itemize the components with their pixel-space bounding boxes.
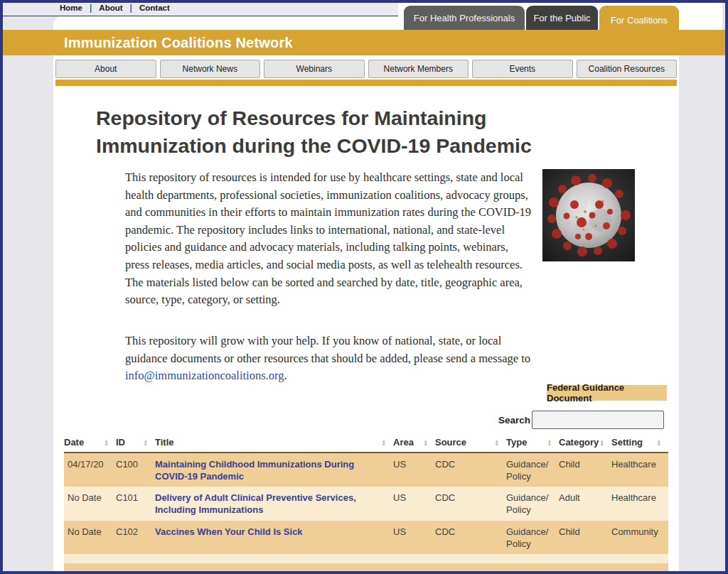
menu-separator: | — [90, 2, 92, 13]
cell-area: US — [393, 459, 435, 482]
nav-accent-bar — [55, 80, 677, 86]
intro-paragraph: This repository of resources is intended… — [125, 169, 535, 309]
column-label: Title — [155, 437, 174, 448]
cell-setting: Community — [611, 526, 668, 550]
cell-type: Guidance/Policy — [506, 459, 559, 482]
column-header-type[interactable]: Type▲▼ — [506, 437, 559, 448]
virus-illustration-svg — [542, 169, 635, 261]
menu-link-contact[interactable]: Contact — [139, 4, 170, 12]
cell-area: US — [393, 526, 435, 550]
cell-date: No Date — [64, 526, 116, 550]
sort-icon[interactable]: ▲▼ — [547, 439, 552, 446]
cell-source: CDC — [435, 569, 506, 574]
cell-setting: Healthcare — [611, 492, 668, 516]
sort-icon[interactable]: ▲▼ — [144, 439, 148, 446]
browser-viewport: Home | About | Contact For Health Profes… — [0, 0, 728, 574]
cell-setting: Healthcare — [611, 569, 668, 574]
nav-button-about[interactable]: About — [55, 60, 156, 78]
cell-date: No Date — [64, 569, 116, 574]
sort-icon[interactable]: ▲▼ — [600, 439, 604, 446]
cell-date: No Date — [64, 492, 116, 516]
search-label: Search — [498, 415, 530, 426]
menu-separator: | — [130, 2, 132, 13]
nav-button-network-news[interactable]: Network News — [160, 60, 261, 78]
primary-nav: About Network News Webinars Network Memb… — [55, 60, 677, 78]
cell-area: US — [393, 569, 435, 574]
federal-guidance-legend-badge: Federal Guidance Document — [547, 385, 667, 401]
table-row: 04/17/20 C100 Maintaining Childhood Immu… — [64, 453, 668, 487]
sort-icon[interactable]: ▲▼ — [382, 439, 386, 446]
column-header-title[interactable]: Title▲▼ — [155, 437, 393, 448]
resources-table: Date▲▼ ID▲▼ Title▲▼ Area▲▼ Source▲▼ Type… — [64, 437, 668, 574]
column-header-category[interactable]: Category▲▼ — [559, 437, 611, 448]
menu-link-about[interactable]: About — [99, 4, 122, 12]
resource-title-link[interactable]: Vaccination Recommendations during the C… — [155, 569, 385, 574]
cell-id: C144 — [116, 569, 155, 574]
column-header-source[interactable]: Source▲▼ — [435, 437, 506, 448]
column-label: Date — [64, 437, 84, 448]
cell-title: Vaccines When Your Child Is Sick — [155, 526, 393, 550]
tab-for-health-professionals[interactable]: For Health Professionals — [404, 6, 525, 30]
utility-menu: Home | About | Contact — [0, 0, 398, 16]
nav-button-events[interactable]: Events — [472, 60, 573, 78]
cell-source: CDC — [435, 459, 506, 482]
cell-id: C101 — [116, 492, 155, 516]
table-row: No Date C144 Vaccination Recommendations… — [64, 554, 668, 574]
cell-date: 04/17/20 — [64, 459, 116, 482]
resource-title-link[interactable]: Delivery of Adult Clinical Preventive Se… — [155, 492, 356, 515]
cell-type: Guidance/ — [506, 569, 559, 574]
table-row: No Date C102 Vaccines When Your Child Is… — [64, 521, 668, 554]
nav-button-webinars[interactable]: Webinars — [264, 60, 365, 78]
column-label: ID — [116, 437, 125, 448]
resource-title-link[interactable]: Vaccines When Your Child Is Sick — [155, 526, 303, 537]
sort-icon[interactable]: ▲▼ — [657, 439, 661, 446]
cell-source: CDC — [435, 492, 506, 516]
cell-category: All Ages — [559, 569, 611, 574]
cell-title: Delivery of Adult Clinical Preventive Se… — [155, 492, 393, 516]
sort-icon[interactable]: ▲▼ — [105, 439, 109, 446]
column-label: Setting — [611, 437, 643, 448]
column-label: Area — [393, 437, 414, 448]
cell-title: Vaccination Recommendations during the C… — [155, 569, 393, 574]
cell-area: US — [393, 492, 435, 516]
column-label: Type — [506, 437, 527, 448]
cell-setting: Healthcare — [611, 459, 668, 482]
nav-button-coalition-resources[interactable]: Coalition Resources — [577, 60, 678, 78]
column-header-setting[interactable]: Setting▲▼ — [611, 437, 668, 448]
cell-category: Adult — [559, 492, 611, 516]
column-header-date[interactable]: Date▲▼ — [64, 437, 116, 448]
cell-type: Guidance/Policy — [506, 526, 559, 550]
column-header-id[interactable]: ID▲▼ — [116, 437, 155, 448]
cell-id: C100 — [116, 459, 155, 482]
column-label: Source — [435, 437, 466, 448]
cell-category: Child — [559, 459, 611, 482]
column-label: Category — [559, 437, 599, 448]
cell-category: Child — [559, 526, 611, 550]
table-row: No Date C101 Delivery of Adult Clinical … — [64, 487, 668, 521]
sort-icon[interactable]: ▲▼ — [495, 439, 499, 446]
table-body: 04/17/20 C100 Maintaining Childhood Immu… — [64, 453, 668, 574]
sort-icon[interactable]: ▲▼ — [424, 439, 428, 446]
help-paragraph-period: . — [284, 369, 287, 382]
menu-link-home[interactable]: Home — [60, 4, 82, 12]
utility-menu-bar: Home | About | Contact — [0, 0, 398, 16]
column-header-area[interactable]: Area▲▼ — [393, 437, 435, 448]
tab-for-coalitions-active[interactable]: For Coalitions — [599, 6, 679, 34]
help-paragraph: This repository will grow with your help… — [125, 332, 535, 385]
contact-email-link[interactable]: info@immunizationcoalitions.org — [125, 369, 284, 382]
cell-type: Guidance/Policy — [506, 492, 559, 516]
tab-for-the-public[interactable]: For the Public — [526, 6, 598, 30]
site-title[interactable]: Immunization Coalitions Network — [0, 35, 293, 51]
table-header-row: Date▲▼ ID▲▼ Title▲▼ Area▲▼ Source▲▼ Type… — [64, 437, 668, 453]
page-title: Repository of Resources for Maintaining … — [96, 104, 619, 160]
cell-source: CDC — [435, 526, 506, 550]
cell-id: C102 — [116, 526, 155, 550]
cell-title: Maintaining Childhood Immunizations Duri… — [155, 459, 393, 482]
resource-title-link[interactable]: Maintaining Childhood Immunizations Duri… — [155, 459, 354, 482]
help-paragraph-text: This repository will grow with your help… — [125, 334, 530, 365]
nav-button-network-members[interactable]: Network Members — [368, 60, 469, 78]
search-input[interactable] — [532, 411, 664, 429]
sars-cov-2-virus-image — [542, 169, 635, 261]
